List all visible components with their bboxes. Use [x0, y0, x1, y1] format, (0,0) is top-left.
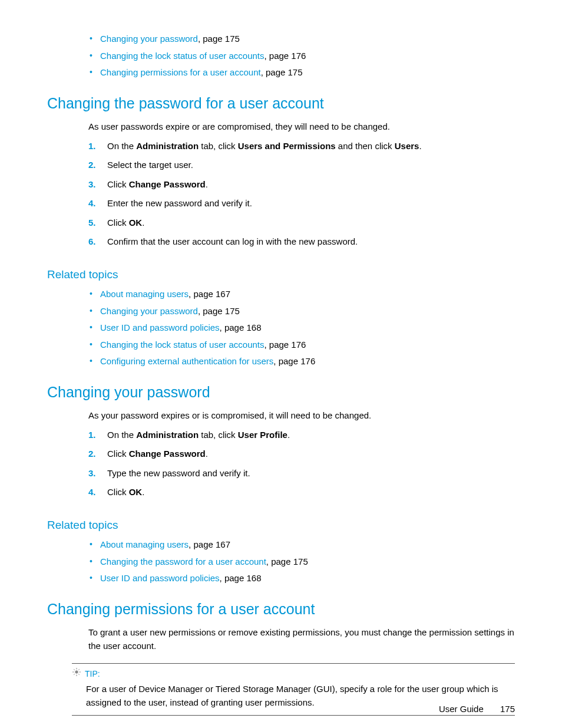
ui-element-label: User Profile — [238, 430, 287, 440]
step-item: Click Change Password. — [88, 178, 515, 192]
page-reference: , page 175 — [261, 67, 303, 77]
related-topics-heading: Related topics — [47, 266, 515, 284]
ui-element-label: Administration — [136, 141, 199, 151]
section1-steps: On the Administration tab, click Users a… — [88, 140, 515, 249]
section-heading-change-permissions: Changing permissions for a user account — [47, 598, 515, 621]
cross-reference-link[interactable]: Changing permissions for a user account — [100, 67, 261, 77]
list-item: User ID and password policies, page 168 — [88, 572, 515, 585]
top-link-list: Changing your password, page 175Changing… — [88, 32, 515, 80]
footer-page-number: 175 — [500, 703, 515, 716]
tip-icon — [72, 667, 81, 680]
ui-element-label: Change Password — [129, 449, 206, 459]
section1-intro: As user passwords expire or are compromi… — [88, 120, 515, 134]
cross-reference-link[interactable]: User ID and password policies — [100, 322, 220, 332]
cross-reference-link[interactable]: Changing your password — [100, 34, 198, 44]
cross-reference-link[interactable]: Changing the lock status of user account… — [100, 51, 265, 61]
list-item: Changing the password for a user account… — [88, 555, 515, 569]
step-item: Click Change Password. — [88, 447, 515, 461]
page-footer: User Guide 175 — [439, 703, 515, 716]
list-item: About managing users, page 167 — [88, 538, 515, 552]
step-item: Confirm that the user account can log in… — [88, 235, 515, 249]
cross-reference-link[interactable]: Changing your password — [100, 306, 198, 316]
list-item: Changing the lock status of user account… — [88, 50, 515, 63]
section2-related-list: About managing users, page 167Changing t… — [88, 538, 515, 585]
section2-steps: On the Administration tab, click User Pr… — [88, 429, 515, 499]
section3-intro: To grant a user new permissions or remov… — [88, 626, 515, 653]
step-item: Type the new password and verify it. — [88, 467, 515, 480]
section1-related-list: About managing users, page 167Changing y… — [88, 288, 515, 368]
step-item: Select the target user. — [88, 159, 515, 172]
cross-reference-link[interactable]: Changing the lock status of user account… — [100, 340, 265, 350]
svg-point-0 — [75, 671, 78, 673]
page-reference: , page 167 — [189, 289, 230, 299]
section-heading-change-own-password: Changing your password — [47, 381, 515, 404]
cross-reference-link[interactable]: Changing the password for a user account — [100, 556, 266, 566]
list-item: About managing users, page 167 — [88, 288, 515, 301]
cross-reference-link[interactable]: User ID and password policies — [100, 573, 220, 583]
list-item: Changing the lock status of user account… — [88, 338, 515, 352]
page-reference: , page 175 — [198, 34, 240, 44]
page-reference: , page 176 — [273, 356, 315, 366]
list-item: Changing permissions for a user account,… — [88, 66, 515, 80]
cross-reference-link[interactable]: About managing users — [100, 539, 189, 549]
tip-label: TIP: — [85, 668, 100, 680]
step-item: Click OK. — [88, 216, 515, 230]
svg-line-7 — [78, 669, 80, 670]
step-item: On the Administration tab, click Users a… — [88, 140, 515, 153]
cross-reference-link[interactable]: Configuring external authentication for … — [100, 356, 273, 366]
page-reference: , page 168 — [220, 322, 262, 332]
step-item: On the Administration tab, click User Pr… — [88, 429, 515, 442]
svg-line-6 — [78, 674, 80, 675]
list-item: User ID and password policies, page 168 — [88, 321, 515, 335]
page-reference: , page 176 — [265, 51, 306, 61]
page-reference: , page 175 — [198, 306, 240, 316]
svg-line-8 — [74, 674, 75, 675]
section2-intro: As your password expires or is compromis… — [88, 409, 515, 423]
ui-element-label: OK — [129, 218, 143, 228]
ui-element-label: Users and Permissions — [238, 141, 336, 151]
page-reference: , page 167 — [189, 539, 230, 549]
list-item: Changing your password, page 175 — [88, 32, 515, 46]
section-heading-change-password-account: Changing the password for a user account — [47, 93, 515, 115]
step-item: Click OK. — [88, 486, 515, 499]
cross-reference-link[interactable]: About managing users — [100, 289, 189, 299]
page-reference: , page 176 — [265, 340, 306, 350]
ui-element-label: Users — [395, 141, 419, 151]
list-item: Changing your password, page 175 — [88, 305, 515, 318]
ui-element-label: Administration — [136, 430, 199, 440]
page-reference: , page 168 — [220, 573, 262, 583]
list-item: Configuring external authentication for … — [88, 355, 515, 368]
ui-element-label: OK — [129, 487, 143, 497]
related-topics-heading: Related topics — [47, 517, 515, 534]
svg-line-5 — [74, 669, 75, 670]
footer-guide: User Guide — [439, 704, 484, 714]
page-reference: , page 175 — [266, 556, 308, 566]
ui-element-label: Change Password — [129, 179, 206, 189]
step-item: Enter the new password and verify it. — [88, 197, 515, 210]
